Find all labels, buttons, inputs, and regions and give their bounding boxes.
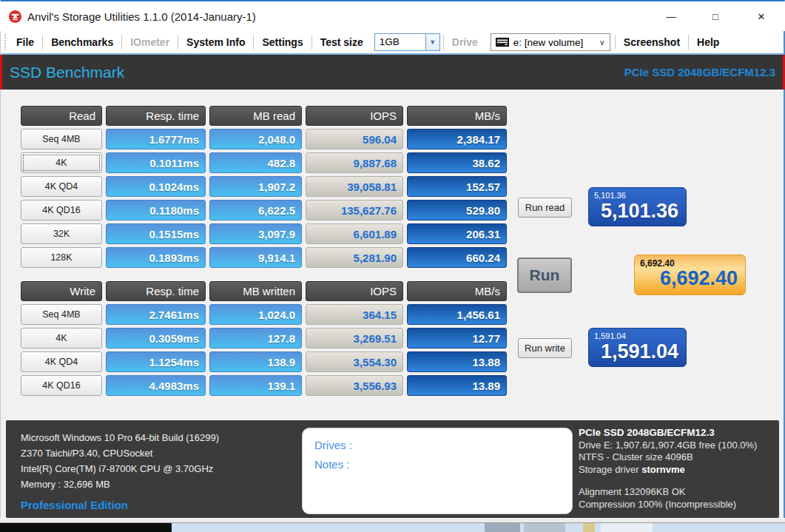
menu-screenshot[interactable]: Screenshot — [616, 36, 688, 48]
mbs-value: 2,384.17 — [407, 129, 507, 149]
motherboard-info: Z370 Taichi/P3.40, CPUSocket — [21, 445, 219, 461]
write-row-label[interactable]: Seq 4MB — [21, 304, 102, 325]
resp-time-value: 0.1180ms — [106, 200, 206, 220]
read-row-label[interactable]: Seq 4MB — [21, 129, 102, 149]
resp-time-col-header: Resp. time — [106, 281, 206, 301]
anvil-app-window: Anvil's Storage Utilities 1.1.0 (2014-Ja… — [0, 0, 785, 532]
run-write-button[interactable]: Run write — [518, 338, 572, 358]
write-table: Write Resp. time MB written IOPS MB/s Se… — [21, 281, 507, 396]
read-row-label[interactable]: 4K QD4 — [21, 176, 102, 197]
write-row-label[interactable]: 4K — [21, 328, 102, 349]
write-score-large: 1,591.04 — [601, 340, 678, 363]
read-row-label[interactable]: 4K QD16 — [21, 200, 102, 220]
mbs-value: 529.80 — [407, 200, 507, 220]
mb-read-value: 2,048.0 — [209, 129, 302, 149]
mb-written-value: 139.1 — [209, 375, 302, 396]
read-row-label[interactable]: 32K — [21, 223, 102, 244]
write-score-small: 1,591.04 — [594, 331, 626, 340]
mb-written-value: 138.9 — [209, 351, 302, 372]
filesystem-info: NTFS - Cluster size 4096B — [579, 451, 757, 464]
mbs-value: 1,456.61 — [407, 304, 507, 325]
chevron-down-icon[interactable]: ∨ — [599, 38, 605, 47]
iops-value: 596.04 — [306, 129, 403, 149]
write-score-badge: 1,591.04 1,591.04 — [588, 328, 687, 367]
close-button[interactable]: ✕ — [744, 1, 778, 31]
run-button[interactable]: Run — [517, 257, 572, 293]
device-name: PCIe SSD 2048GB/ECFM12.3 — [624, 66, 775, 78]
taskbar-item — [583, 523, 595, 532]
header-band: SSD Benchmark PCIe SSD 2048GB/ECFM12.3 — [0, 55, 785, 90]
os-info: Microsoft Windows 10 Pro 64-bit Build (1… — [21, 430, 219, 445]
iops-value: 135,627.76 — [306, 200, 403, 220]
mb-read-value: 9,914.1 — [209, 247, 302, 268]
mb-written-col-header: MB written — [209, 281, 302, 301]
mbs-value: 660.24 — [407, 247, 507, 268]
drives-notes-box[interactable]: Drives : Notes : — [302, 428, 573, 514]
resp-time-value: 1.1254ms — [106, 351, 206, 372]
drive-label: Drive — [444, 36, 486, 48]
test-size-label: Test size — [312, 36, 371, 48]
resp-time-value: 2.7461ms — [106, 304, 206, 325]
menubar: File Benchmarks IOmeter System Info Sett… — [1, 31, 784, 55]
read-row-label[interactable]: 4K — [21, 152, 102, 173]
drives-label: Drives : — [314, 436, 560, 455]
mbs-value: 152.57 — [407, 176, 507, 197]
test-size-combobox[interactable]: 1GB ▼ — [374, 33, 440, 51]
read-row-label[interactable]: 128K — [21, 247, 102, 268]
footer-panel: Microsoft Windows 10 Pro 64-bit Build (1… — [6, 420, 779, 518]
edition-label: Professional Edition — [21, 497, 219, 513]
read-score-small: 5,101.36 — [594, 191, 626, 200]
page-title: SSD Benchmark — [10, 64, 124, 81]
iops-value: 3,554.30 — [306, 351, 403, 372]
drive-combobox[interactable]: e: [new volume] ∨ — [491, 33, 610, 51]
alignment-info: Alignment 132096KB OK — [579, 486, 757, 499]
run-read-button[interactable]: Run read — [518, 198, 572, 218]
test-size-value[interactable]: 1GB — [375, 34, 425, 50]
iops-value: 6,601.89 — [306, 223, 403, 244]
iops-col-header: IOPS — [306, 106, 403, 126]
resp-time-value: 1.6777ms — [106, 129, 206, 149]
total-score-badge: 6,692.40 6,692.40 — [634, 255, 746, 295]
storage-driver-label: Storage driver — [579, 464, 639, 475]
mb-written-value: 127.8 — [209, 328, 302, 349]
drive-value[interactable]: e: [new volume] — [513, 37, 599, 48]
menu-settings[interactable]: Settings — [254, 36, 311, 48]
iops-value: 3,556.93 — [306, 375, 403, 396]
menu-system-info[interactable]: System Info — [178, 36, 253, 48]
chevron-down-icon[interactable]: ▼ — [425, 34, 439, 50]
mbs-value: 206.31 — [407, 223, 507, 244]
mbs-col-header: MB/s — [407, 281, 507, 301]
mb-read-value: 482.8 — [209, 152, 302, 173]
drive-capacity: Drive E: 1,907.6/1,907.4GB free (100.0%) — [579, 440, 757, 452]
memory-info: Memory : 32,696 MB — [21, 477, 219, 492]
menu-benchmarks[interactable]: Benchmarks — [43, 36, 121, 48]
window-bottom-frame — [0, 518, 785, 523]
total-score-large: 6,692.40 — [660, 267, 738, 290]
titlebar: Anvil's Storage Utilities 1.1.0 (2014-Ja… — [0, 1, 785, 31]
menu-help[interactable]: Help — [689, 36, 727, 48]
mbs-value: 38.62 — [407, 152, 507, 173]
mb-read-col-header: MB read — [209, 106, 302, 126]
write-row-label[interactable]: 4K QD4 — [21, 351, 102, 372]
resp-time-value: 0.1515ms — [106, 223, 206, 244]
minimize-button[interactable]: — — [654, 1, 688, 31]
maximize-button[interactable]: □ — [698, 1, 732, 31]
compression-info: Compression 100% (Incompressible) — [579, 499, 757, 511]
write-row-label[interactable]: 4K QD16 — [21, 375, 102, 396]
mbs-col-header: MB/s — [407, 106, 507, 126]
mbs-value: 13.88 — [407, 351, 507, 372]
iops-value: 39,058.81 — [306, 176, 403, 197]
menu-file[interactable]: File — [8, 36, 42, 48]
resp-time-value: 0.1011ms — [106, 152, 206, 173]
taskbar-item — [485, 523, 520, 532]
app-icon — [9, 10, 21, 23]
write-col-header: Write — [21, 281, 102, 301]
iops-value: 364.15 — [306, 304, 403, 325]
read-table: Read Resp. time MB read IOPS MB/s Seq 4M… — [21, 106, 507, 268]
read-score-badge: 5,101.36 5,101.36 — [588, 187, 687, 226]
drive-icon — [496, 38, 509, 47]
notes-label: Notes : — [314, 455, 560, 474]
resp-time-col-header: Resp. time — [106, 106, 206, 126]
storage-driver-value: stornvme — [641, 464, 685, 475]
read-col-header: Read — [21, 106, 102, 126]
